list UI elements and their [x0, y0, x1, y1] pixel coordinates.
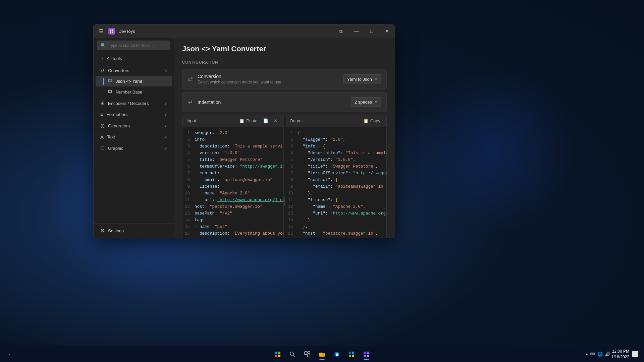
output-line-16: 16 "host": "petstore.swagger.io", — [286, 230, 387, 237]
close-button[interactable]: ✕ — [379, 24, 395, 38]
maximize-button[interactable]: □ — [364, 24, 379, 38]
minimize-button[interactable]: — — [348, 24, 364, 38]
output-line-17: 17 "basePath": "/v2", — [286, 237, 387, 238]
sidebar-group-generators[interactable]: ◎ Generators ∨ — [96, 120, 172, 131]
copy-label: Copy — [370, 118, 380, 123]
paste-button[interactable]: 📋 Paste — [237, 117, 259, 125]
title-bar-controls: ⧉ — □ ✕ — [333, 24, 395, 38]
svg-rect-19 — [278, 355, 280, 357]
input-line-13: 13basePath: "/v2" — [182, 210, 283, 217]
input-line-4: 4 version: "1.0.0" — [182, 150, 283, 157]
sidebar-group-graphic[interactable]: ⬡ Graphic ∨ — [96, 143, 172, 154]
svg-rect-16 — [275, 352, 277, 354]
generators-icon: ◎ — [100, 123, 105, 129]
svg-rect-30 — [349, 355, 351, 357]
taskbar-center — [271, 348, 373, 361]
input-editor[interactable]: 1swagger: "2.0" 2info: 3 description: "T… — [182, 127, 283, 238]
text-icon: A — [100, 134, 104, 140]
sidebar-group-encoders[interactable]: ⊞ Encoders / Decoders ∨ — [96, 98, 172, 109]
svg-rect-8 — [111, 80, 112, 81]
output-line-10: 10 }, — [286, 190, 387, 197]
title-bar-left: ☰ DevToys — [98, 27, 135, 36]
generators-label: Generators — [108, 123, 130, 128]
svg-rect-7 — [110, 79, 112, 80]
taskbar-store[interactable] — [345, 348, 358, 361]
output-line-5: 5 "version": "1.0.0", — [286, 157, 387, 163]
svg-rect-9 — [110, 81, 112, 82]
sidebar-item-settings[interactable]: ⚙ Settings — [96, 225, 172, 236]
output-line-3: 3 "info": { — [286, 143, 387, 150]
taskbar-search-button[interactable] — [286, 348, 299, 361]
keyboard-icon: ⌨ — [590, 352, 595, 356]
output-line-4: 4 "description": "This is a sample s — [286, 150, 387, 157]
sidebar: 🔍 ⌂ All tools ⇄ Converters ∧ — [94, 38, 174, 238]
sidebar-item-all-tools[interactable]: ⌂ All tools — [96, 53, 172, 64]
sidebar-item-json-yaml[interactable]: Json <> Yaml — [96, 76, 172, 86]
svg-rect-10 — [108, 90, 110, 91]
editors-container: Input 📋 Paste 📄 ✕ — [182, 115, 387, 238]
converters-icon: ⇄ — [100, 67, 105, 73]
svg-rect-18 — [275, 355, 277, 357]
conversion-icon: ⇄ — [188, 75, 193, 83]
output-line-9: 9 "email": "apiteam@swagger.io" — [286, 183, 387, 190]
number-base-icon — [108, 89, 112, 95]
taskbar-start-button[interactable] — [271, 348, 284, 361]
input-line-16: 16 description: "Everything about your — [182, 230, 283, 237]
conversion-dropdown[interactable]: Yaml to Json ∨ — [343, 74, 381, 84]
snap-button[interactable]: ⧉ — [333, 24, 348, 38]
indentation-label: Indentation — [198, 100, 351, 105]
settings-icon: ⚙ — [100, 228, 105, 234]
output-editor: 1{ 2 "swagger": "2.0", 3 "info": { 4 "de… — [286, 127, 387, 238]
clear-input-button[interactable]: ✕ — [272, 117, 279, 125]
hamburger-icon[interactable]: ☰ — [98, 27, 105, 36]
output-line-2: 2 "swagger": "2.0", — [286, 136, 387, 143]
svg-rect-3 — [112, 32, 113, 33]
converters-label: Converters — [108, 68, 129, 73]
taskbar-devtoys[interactable] — [360, 348, 373, 361]
sidebar-item-number-base[interactable]: Number Base — [96, 87, 172, 97]
sidebar-group-converters[interactable]: ⇄ Converters ∧ — [96, 65, 172, 76]
taskbar-edge[interactable] — [330, 348, 343, 361]
settings-label: Settings — [108, 228, 124, 233]
conversion-text: Conversion Select which conversion mode … — [198, 74, 343, 84]
taskbar-task-view[interactable] — [301, 348, 314, 361]
notification-icon[interactable]: ⬜ — [631, 351, 640, 357]
sidebar-group-formatters[interactable]: ≡ Formatters ∨ — [96, 109, 172, 120]
input-line-17: 17 externalDocs: — [182, 237, 283, 238]
graphic-label: Graphic — [108, 146, 123, 151]
search-bar[interactable]: 🔍 — [97, 41, 170, 50]
input-pane: Input 📋 Paste 📄 ✕ — [182, 115, 284, 238]
all-tools-label: All tools — [107, 56, 122, 61]
graphic-icon: ⬡ — [100, 145, 105, 151]
converters-chevron: ∧ — [164, 68, 167, 73]
sidebar-group-text[interactable]: A Text ∨ — [96, 132, 172, 142]
json-yaml-icon — [108, 78, 112, 84]
page-title: Json <> Yaml Converter — [182, 45, 387, 53]
taskbar-left: › — [0, 348, 16, 361]
svg-rect-32 — [364, 352, 366, 354]
conversion-value: Yaml to Json — [347, 77, 372, 82]
taskbar-explorer[interactable] — [315, 348, 329, 361]
search-input[interactable] — [109, 43, 167, 48]
copy-button[interactable]: 📋 Copy — [361, 117, 382, 125]
input-line-5: 5 title: "Swagger Petstore" — [182, 157, 283, 163]
taskbar: › ∧ ⌨ — [0, 346, 644, 362]
input-line-10: 10 name: "Apache 2.0" — [182, 190, 283, 197]
generators-chevron: ∨ — [164, 124, 167, 128]
open-file-button[interactable]: 📄 — [261, 117, 270, 125]
tray-chevron[interactable]: ∧ — [586, 352, 588, 356]
volume-icon[interactable]: 🔊 — [605, 352, 610, 357]
svg-rect-23 — [308, 354, 310, 357]
indentation-text: Indentation — [198, 100, 351, 105]
taskbar-start-chevron[interactable]: › — [3, 348, 16, 361]
output-line-7: 7 "termsOfService": "http://swagger. — [286, 170, 387, 177]
svg-rect-15 — [110, 92, 112, 93]
svg-rect-22 — [305, 352, 307, 355]
indentation-dropdown[interactable]: 2 spaces ∨ — [351, 97, 381, 107]
svg-rect-4 — [108, 79, 110, 80]
taskbar-clock[interactable]: 12:00 PM 1/18/2022 — [611, 349, 629, 360]
svg-rect-2 — [110, 32, 111, 33]
conversion-desc: Select which conversion mode you want to… — [198, 80, 343, 84]
network-icon[interactable]: 🌐 — [597, 352, 603, 357]
svg-rect-12 — [108, 92, 110, 93]
